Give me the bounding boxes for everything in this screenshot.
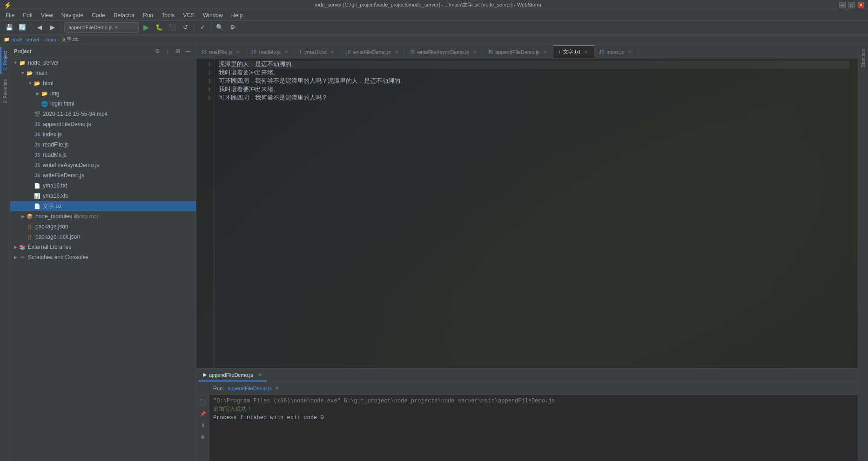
rerun-button[interactable]: ↺ xyxy=(180,22,191,33)
settings-button[interactable]: ⚙ xyxy=(227,22,238,33)
tab-writeFileDemo-js[interactable]: JSwriteFileDemo.js✕ xyxy=(341,45,405,58)
menu-item-edit[interactable]: Edit xyxy=(19,11,36,20)
tab-close-button[interactable]: ✕ xyxy=(283,49,289,55)
menu-item-view[interactable]: View xyxy=(37,11,57,20)
tree-item-scratches[interactable]: ▶✏Scratches and Consoles xyxy=(10,252,196,262)
tree-item-readFile_js[interactable]: JSreadFile.js xyxy=(10,140,196,150)
html-file-icon: 🌐 xyxy=(41,100,48,107)
tab-label: readFile.js xyxy=(209,49,233,55)
stop-run-button[interactable]: ⬛ xyxy=(198,397,208,407)
menu-item-navigate[interactable]: Navigate xyxy=(58,11,87,20)
folder-file-icon: 📂 xyxy=(34,80,41,87)
tree-item-wenzi_txt[interactable]: 📄文字.txt xyxy=(10,201,196,211)
breadcrumb-main[interactable]: main xyxy=(45,37,56,42)
minimize-button[interactable]: ─ xyxy=(839,2,846,8)
run-panel-side-buttons: ⬛ 📌 ⬇ 🗑 xyxy=(196,395,209,461)
vcs-button[interactable]: ✓ xyxy=(197,22,208,33)
tree-item-yma16_txt[interactable]: 📄yma16.txt xyxy=(10,180,196,191)
tab-close-button[interactable]: ✕ xyxy=(471,49,478,55)
menu-item-vcs[interactable]: VCS xyxy=(179,11,198,20)
pin-button[interactable]: 📌 xyxy=(198,408,208,419)
tab-label: yma16.txt xyxy=(304,49,327,55)
run-tab-close[interactable]: ✕ xyxy=(258,372,262,377)
sidebar-item-project[interactable]: 1: Project xyxy=(0,47,9,74)
menu-item-file[interactable]: File xyxy=(2,11,18,20)
stop-button[interactable]: ⬛ xyxy=(167,22,178,33)
tab-appendFileDemo-js[interactable]: JSappendFileDemo.js✕ xyxy=(483,45,553,58)
tree-item-writeFileDemo[interactable]: JSwriteFileDemo.js xyxy=(10,170,196,180)
tree-item-index_js[interactable]: JSindex.js xyxy=(10,129,196,140)
expand-button[interactable]: ⊞ xyxy=(174,47,182,55)
menu-bar: FileEditViewNavigateCodeRefactorRunTools… xyxy=(0,10,868,20)
tab-readFile-js[interactable]: JSreadFile.js✕ xyxy=(196,45,246,58)
tab-close-button[interactable]: ✕ xyxy=(583,49,589,55)
tab-close-button[interactable]: ✕ xyxy=(393,49,400,55)
back-button[interactable]: ◀ xyxy=(34,22,45,33)
tab-yma16-txt[interactable]: Tyma16.txt✕ xyxy=(295,45,341,58)
clear-button[interactable]: 🗑 xyxy=(198,432,208,442)
window-title: node_server [G:\git_project\node_project… xyxy=(15,1,839,8)
rerun-run-button[interactable]: ▶ xyxy=(213,370,223,380)
close-button[interactable]: ✕ xyxy=(858,2,864,8)
save-button[interactable]: 💾 xyxy=(4,22,15,33)
breadcrumb-root[interactable]: node_server xyxy=(11,37,40,42)
editor-scrollbar[interactable] xyxy=(853,59,858,368)
tree-item-appendFileDemo[interactable]: JSappendFileDemo.js xyxy=(10,119,196,129)
code-editor[interactable]: 泥潭里的人，是迈不动脚的。我叫嚷着要冲出来堵。可环顾四周，我何尝不是泥潭里的人吗… xyxy=(215,59,853,368)
tree-item-label: External Libraries xyxy=(28,244,71,250)
tree-item-package_json[interactable]: {}package.json xyxy=(10,221,196,232)
sync-button[interactable]: 🔄 xyxy=(17,22,28,33)
run-file-name[interactable]: appendFileDemo.js xyxy=(228,386,272,391)
tab-close-button[interactable]: ✕ xyxy=(626,49,633,55)
tree-item-img[interactable]: ▶📂img xyxy=(10,88,196,99)
tab-index-js[interactable]: JSindex.js✕ xyxy=(594,45,638,58)
tab-close-button[interactable]: ✕ xyxy=(329,49,336,55)
root-file-icon: 📁 xyxy=(19,59,26,67)
menu-item-tools[interactable]: Tools xyxy=(158,11,178,20)
gear-icon-button[interactable]: ⚙ xyxy=(153,47,161,55)
debug-button[interactable]: 🐛 xyxy=(154,22,165,33)
project-tree[interactable]: ▼📁node_server▼📂main▼📂html▶📂img🌐login.htm… xyxy=(10,58,196,461)
collapse-button[interactable]: — xyxy=(184,47,192,55)
maximize-button[interactable]: □ xyxy=(848,2,855,8)
js-file-icon: JS xyxy=(34,161,41,169)
tab-close-button[interactable]: ✕ xyxy=(235,49,241,55)
tree-item-main[interactable]: ▼📂main xyxy=(10,68,196,78)
tab-close-button[interactable]: ✕ xyxy=(542,49,548,55)
tree-item-login_html[interactable]: 🌐login.html xyxy=(10,99,196,109)
js-file-icon: JS xyxy=(34,131,41,138)
tree-item-node_modules[interactable]: ▶📦node_moduleslibrary root xyxy=(10,211,196,221)
run-tab[interactable]: ▶ appendFileDemo.js ✕ xyxy=(198,369,267,381)
tree-item-yma16_xls[interactable]: 📊yma16.xls xyxy=(10,191,196,201)
tree-item-readMv_js[interactable]: JSreadMv.js xyxy=(10,150,196,160)
tab-writeFileAsyncDemo-js[interactable]: JSwriteFileAsyncDemo.js✕ xyxy=(405,45,483,58)
tree-item-media[interactable]: 🎬2020-11-16 15-55-34.mp4 xyxy=(10,109,196,119)
search-everywhere-button[interactable]: 🔍 xyxy=(214,22,225,33)
tree-item-label: package.json xyxy=(35,223,68,230)
menu-item-window[interactable]: Window xyxy=(199,11,227,20)
sort-button[interactable]: ↕ xyxy=(163,47,172,55)
scroll-end-button[interactable]: ⬇ xyxy=(198,420,208,430)
folder-file-icon: 📂 xyxy=(41,90,48,97)
editor-content-area[interactable]: 12345 泥潭里的人，是迈不动脚的。我叫嚷着要冲出来堵。可环顾四周，我何尝不是… xyxy=(196,59,858,368)
menu-item-refactor[interactable]: Refactor xyxy=(110,11,138,20)
tree-arrow: ▼ xyxy=(12,60,19,65)
tree-item-writeFileAsyncDemo[interactable]: JSwriteFileAsyncDemo.js xyxy=(10,160,196,170)
tree-item-node_server[interactable]: ▼📁node_server xyxy=(10,58,196,68)
tab----txt[interactable]: T文字.txt✕ xyxy=(553,45,594,58)
right-sidebar-label[interactable]: Structure xyxy=(860,47,867,69)
tree-item-external_libs[interactable]: ▶📚External Libraries xyxy=(10,242,196,252)
menu-item-code[interactable]: Code xyxy=(88,11,109,20)
run-close-button[interactable]: ✕ xyxy=(274,385,280,392)
tree-item-html[interactable]: ▼📂html xyxy=(10,78,196,88)
tab-readMv-js[interactable]: JSreadMv.js✕ xyxy=(246,45,295,58)
forward-button[interactable]: ▶ xyxy=(47,22,58,33)
project-panel-header: Project ⚙ ↕ ⊞ — xyxy=(10,45,196,58)
menu-item-run[interactable]: Run xyxy=(139,11,157,20)
tree-item-package_lock[interactable]: {}package-lock.json xyxy=(10,232,196,242)
run-config-dropdown[interactable]: appendFileDemo.js ▼ xyxy=(64,22,139,33)
menu-item-help[interactable]: Help xyxy=(228,11,247,20)
tree-item-label: 2020-11-16 15-55-34.mp4 xyxy=(43,111,108,117)
run-button[interactable]: ▶ xyxy=(141,22,152,33)
sidebar-item-favorites[interactable]: 2: Favorites xyxy=(1,75,9,107)
